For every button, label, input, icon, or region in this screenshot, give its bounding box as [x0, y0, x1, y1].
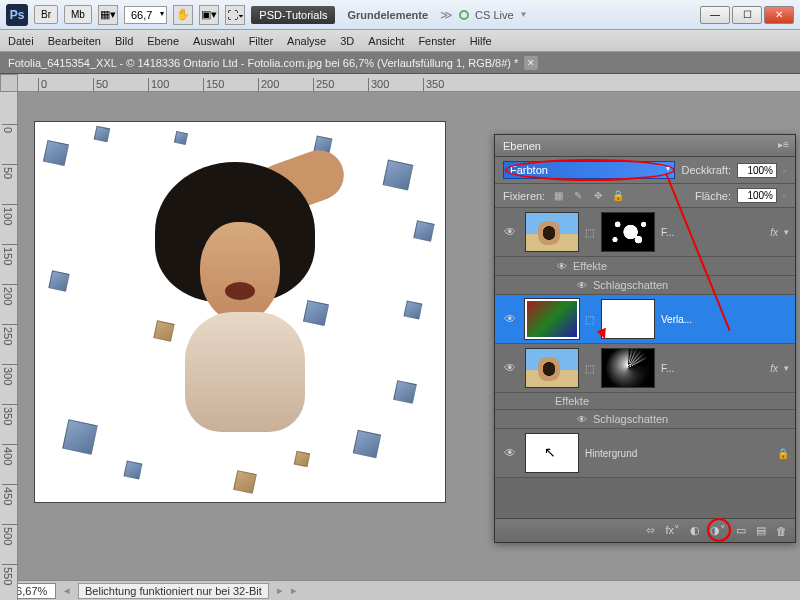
main-menubar: Datei Bearbeiten Bild Ebene Auswahl Filt… [0, 30, 800, 52]
canvas-subject [125, 152, 345, 432]
workspace-grundelemente[interactable]: Grundelemente [341, 6, 434, 24]
menu-bearbeiten[interactable]: Bearbeiten [48, 35, 101, 47]
menu-ansicht[interactable]: Ansicht [368, 35, 404, 47]
arrange-documents-icon[interactable]: ▣▾ [199, 5, 219, 25]
zoom-value: 66,7 [131, 9, 152, 21]
layer-thumbnail[interactable]: ↖ [525, 433, 579, 473]
menu-bild[interactable]: Bild [115, 35, 133, 47]
blend-opacity-row: Farbton▾ Deckkraft: 100% ▸ [495, 157, 795, 184]
mask-link-icon[interactable]: ⬚ [585, 227, 595, 238]
window-controls: — ☐ ✕ [700, 6, 794, 24]
document-close-icon[interactable]: ✕ [524, 56, 538, 70]
menu-3d[interactable]: 3D [340, 35, 354, 47]
visibility-icon[interactable]: 👁 [501, 310, 519, 328]
delete-layer-icon[interactable]: 🗑 [776, 525, 787, 537]
fx-badge[interactable]: fx [770, 227, 778, 238]
layer-mask-icon[interactable]: ◐ [690, 524, 700, 537]
visibility-icon[interactable]: 👁 [501, 223, 519, 241]
photoshop-icon: Ps [6, 4, 28, 26]
mask-link-icon[interactable]: ⬚ [585, 363, 595, 374]
layer-thumbnail[interactable] [525, 212, 579, 252]
lock-pixels-icon[interactable]: ✎ [571, 189, 585, 203]
statusbar-prev-icon[interactable]: ◂ [64, 584, 70, 597]
vertical-ruler: 050100150200250300350400450500550 [0, 92, 18, 600]
fx-expand-icon[interactable]: ▾ [784, 227, 789, 237]
visibility-icon[interactable]: 👁 [501, 359, 519, 377]
visibility-icon[interactable]: 👁 [501, 444, 519, 462]
menu-analyse[interactable]: Analyse [287, 35, 326, 47]
lock-icon: 🔒 [777, 448, 789, 459]
panel-menu-icon[interactable]: ▸≡ [778, 139, 789, 150]
screen-mode-icon[interactable]: ⛶▾ [225, 5, 245, 25]
layer-name[interactable]: Verla... [661, 314, 789, 325]
minibridge-button[interactable]: Mb [64, 5, 92, 24]
opacity-input[interactable]: 100% [737, 163, 777, 178]
close-button[interactable]: ✕ [764, 6, 794, 24]
link-layers-icon[interactable]: ⬄ [646, 524, 655, 537]
layers-panel-tab[interactable]: Ebenen ▸≡ [495, 135, 795, 157]
effects-row[interactable]: 👁Effekte [495, 257, 795, 276]
fx-expand-icon[interactable]: ▾ [784, 363, 789, 373]
workspace-more-icon[interactable]: ≫ [440, 8, 453, 22]
lock-transparency-icon[interactable]: ▦ [551, 189, 565, 203]
document-title: Fotolia_6415354_XXL - © 1418336 Ontario … [8, 57, 518, 69]
layer-row-background[interactable]: 👁 ↖ Hintergrund 🔒 [495, 429, 795, 478]
drop-shadow-row[interactable]: 👁Schlagschatten [495, 410, 795, 429]
statusbar-info[interactable]: Belichtung funktioniert nur bei 32-Bit [78, 583, 269, 599]
maximize-button[interactable]: ☐ [732, 6, 762, 24]
lock-fill-row: Fixieren: ▦ ✎ ✥ 🔒 Fläche: 100% ▸ [495, 184, 795, 208]
application-titlebar: Ps Br Mb ▦▾ 66,7 ✋ ▣▾ ⛶▾ PSD-Tutorials G… [0, 0, 800, 30]
layer-row-2-selected[interactable]: 👁 ⬚ Verla... [495, 295, 795, 344]
adjustment-layer-icon[interactable]: ◑˅ [710, 524, 726, 537]
gradient-fill-thumbnail[interactable] [525, 299, 579, 339]
mask-link-icon[interactable]: ⬚ [585, 314, 595, 325]
canvas[interactable] [35, 122, 445, 502]
fill-slider-icon[interactable]: ▸ [783, 191, 787, 200]
layer-name[interactable]: Hintergrund [585, 448, 771, 459]
statusbar-menu-icon[interactable]: ▸ [291, 584, 297, 597]
hand-tool-icon[interactable]: ✋ [173, 5, 193, 25]
lock-position-icon[interactable]: ✥ [591, 189, 605, 203]
minimize-button[interactable]: — [700, 6, 730, 24]
statusbar-next-icon[interactable]: ▸ [277, 584, 283, 597]
layer-style-icon[interactable]: fx˅ [665, 524, 680, 537]
layer-row-3[interactable]: 👁 ⬚ F... fx ▾ [495, 344, 795, 393]
menu-auswahl[interactable]: Auswahl [193, 35, 235, 47]
opacity-slider-icon[interactable]: ▸ [783, 166, 787, 175]
cs-live-icon[interactable] [459, 10, 469, 20]
layers-list: 👁 ⬚ F... fx ▾ 👁Effekte 👁Schlagschatten 👁… [495, 208, 795, 518]
layer-mask-thumbnail[interactable] [601, 212, 655, 252]
workspace-psd-tutorials[interactable]: PSD-Tutorials [251, 6, 335, 24]
cursor-icon: ↖ [544, 444, 556, 460]
opacity-label: Deckkraft: [681, 164, 731, 176]
layer-thumbnail[interactable] [525, 348, 579, 388]
fill-input[interactable]: 100% [737, 188, 777, 203]
workarea: 050100150200250300350 050100150200250300… [0, 74, 800, 600]
view-extras-icon[interactable]: ▦▾ [98, 5, 118, 25]
layer-mask-thumbnail[interactable] [601, 348, 655, 388]
new-layer-icon[interactable]: ▤ [756, 524, 766, 537]
layer-name[interactable]: F... [661, 363, 764, 374]
layer-mask-thumbnail[interactable] [601, 299, 655, 339]
horizontal-ruler: 050100150200250300350 [18, 74, 800, 92]
layer-row-1[interactable]: 👁 ⬚ F... fx ▾ [495, 208, 795, 257]
menu-ebene[interactable]: Ebene [147, 35, 179, 47]
drop-shadow-row[interactable]: 👁Schlagschatten [495, 276, 795, 295]
fill-label: Fläche: [695, 190, 731, 202]
menu-hilfe[interactable]: Hilfe [470, 35, 492, 47]
blend-mode-dropdown[interactable]: Farbton▾ [503, 161, 675, 179]
document-tab[interactable]: Fotolia_6415354_XXL - © 1418336 Ontario … [0, 52, 800, 74]
bridge-button[interactable]: Br [34, 5, 58, 24]
cs-live-dropdown[interactable]: CS Live [475, 9, 514, 21]
layers-panel: Ebenen ▸≡ Farbton▾ Deckkraft: 100% ▸ Fix… [494, 134, 796, 543]
new-group-icon[interactable]: ▭ [736, 524, 746, 537]
menu-datei[interactable]: Datei [8, 35, 34, 47]
menu-fenster[interactable]: Fenster [418, 35, 455, 47]
effects-row[interactable]: Effekte [495, 393, 795, 410]
layers-tab-label: Ebenen [503, 140, 541, 152]
lock-all-icon[interactable]: 🔒 [611, 189, 625, 203]
zoom-dropdown[interactable]: 66,7 [124, 6, 167, 24]
menu-filter[interactable]: Filter [249, 35, 273, 47]
fx-badge[interactable]: fx [770, 363, 778, 374]
layer-name[interactable]: F... [661, 227, 764, 238]
